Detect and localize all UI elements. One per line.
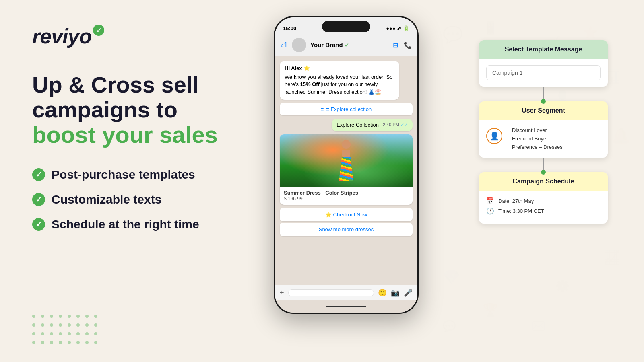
segment-line2: Frequent Buyer [512,135,563,143]
message-body: We know you already loved your last orde… [285,74,394,96]
decorative-dot [41,341,44,344]
schedule-date: Date: 27th May [498,198,534,204]
feature-item-1: Post-purchase templates [32,168,266,181]
explore-collection-btn[interactable]: ≡ ≡ Explore collection [280,103,413,115]
message-input[interactable] [288,289,374,296]
svg-text:🏆: 🏆 [483,302,498,317]
segment-user-icon: 👤 [486,128,502,144]
template-card: Select Template Message Campaign 1 [479,40,608,87]
figure-body [339,150,353,181]
sticker-icon[interactable]: 🙂 [378,288,387,297]
svg-text:💬: 💬 [443,25,463,44]
product-info: Summer Dress - Color Stripes $ 196.99 [280,187,413,205]
decorative-dot [59,341,62,344]
campaign-input[interactable]: Campaign 1 [486,65,601,80]
phone-call-icon[interactable]: 📞 [404,41,412,49]
decorative-dot [59,315,62,318]
decorative-dot [76,341,80,344]
segment-card-body: 👤 Discount Lover Frequent Buyer Preferen… [479,120,608,158]
segment-card-header: User Segment [479,101,608,120]
feature-text-3: Schedule at the right time [52,218,199,231]
check-icon-2 [32,193,45,206]
right-panel: Select Template Message Campaign 1 User … [475,40,612,224]
decorative-dot [85,332,89,335]
segment-line3: Preference – Dresses [512,143,563,152]
dress-figure [339,140,353,181]
features-list: Post-purchase templates Customizable tex… [32,168,266,231]
svg-text:📈: 📈 [604,249,620,265]
check-icon-1 [32,168,45,181]
schedule-card: Campaign Schedule 📅 Date: 27th May 🕐 Tim… [479,172,608,224]
decorative-dot [50,315,53,318]
action-buttons: ⭐ Checkout Now Show me more dresses [280,208,413,236]
decorative-dot [94,315,97,318]
decorative-dot [59,323,62,327]
left-section: reviyo Up & Cross sell campaigns to boos… [32,24,266,231]
home-bar [326,306,366,307]
decorative-dot [68,315,71,318]
decorative-dot [94,323,97,327]
feature-text-1: Post-purchase templates [52,168,195,181]
camera-icon[interactable]: 📷 [391,288,400,297]
schedule-card-body: 📅 Date: 27th May 🕐 Time: 3:30 PM CET [479,191,608,224]
message-greeting: Hi Alex ⭐ [285,65,394,72]
decorative-dot [76,323,80,327]
decorative-dot [32,315,35,318]
home-indicator [275,300,417,313]
phone-mockup: 15:00 ●●● ⇗ 🔋 ‹ 1 Your Brand ✓ ⊟ 📞 [274,16,419,346]
product-name: Summer Dress - Color Stripes [284,190,409,196]
dots-decoration: // Will be rendered after body loads [32,315,99,346]
figure-dress [339,157,353,181]
svg-text:💎: 💎 [443,269,460,285]
connector-2 [543,158,544,172]
decorative-dot [94,332,97,335]
decorative-dot [85,315,89,318]
svg-text:✉️: ✉️ [531,319,545,333]
add-icon[interactable]: + [280,289,284,297]
headline: Up & Cross sell campaigns to boost your … [32,72,266,148]
mic-icon[interactable]: 🎤 [404,288,413,297]
decorative-dot [32,341,35,344]
logo-text: reviyo [32,24,91,48]
brand-avatar [292,38,306,52]
phone-notch [322,21,370,32]
figure-torso [342,150,350,157]
sent-message: Explore Collection 2:40 PM ✓✓ [332,119,413,131]
svg-text:💬: 💬 [443,320,456,333]
headline-line2: campaigns to [32,97,266,122]
chat-header: ‹ 1 Your Brand ✓ ⊟ 📞 [275,35,417,56]
feature-item-3: Schedule at the right time [32,218,266,231]
schedule-time-row: 🕐 Time: 3:30 PM CET [486,207,601,215]
template-card-header: Select Template Message [479,40,608,59]
video-call-icon[interactable]: ⊟ [393,41,398,49]
connector-line-2 [543,158,544,172]
headline-line3: boost your sales [32,122,266,148]
decorative-dot [32,332,35,335]
segment-line1: Discount Lover [512,126,563,135]
decorative-dot [68,332,71,335]
input-bar: + 🙂 📷 🎤 [275,285,417,300]
chat-area: Hi Alex ⭐ We know you already loved your… [275,56,417,285]
clock-icon: 🕐 [486,207,494,215]
product-image [280,134,413,187]
brand-verified-icon: ✓ [345,42,349,48]
checkout-button[interactable]: ⭐ Checkout Now [280,208,413,221]
svg-text:⭐: ⭐ [584,26,598,39]
back-button[interactable]: ‹ 1 [281,41,288,49]
product-card: Summer Dress - Color Stripes $ 196.99 [280,134,413,205]
svg-text:📱: 📱 [483,21,498,35]
decorative-dot [94,341,97,344]
decorative-dot [59,332,62,335]
segment-text: Discount Lover Frequent Buyer Preference… [512,126,563,151]
segment-card: User Segment 👤 Discount Lover Frequent B… [479,101,608,158]
logo-verified-icon [93,25,104,36]
message-bold: 15% Off [300,81,320,87]
double-check-icon: ✓✓ [400,122,408,127]
check-icon-3 [32,218,45,231]
list-icon: ≡ [321,106,324,112]
decorative-dot [76,332,80,335]
more-dresses-button[interactable]: Show me more dresses [280,223,413,236]
feature-text-2: Customizable texts [52,193,161,206]
connector-1 [543,87,544,101]
decorative-dot [68,323,71,327]
